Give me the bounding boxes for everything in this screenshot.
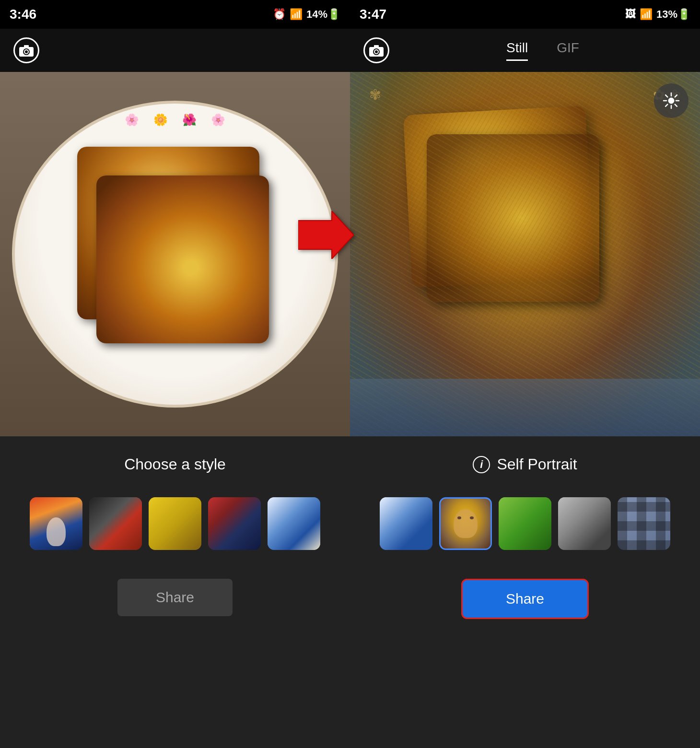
camera-icon-right[interactable] bbox=[363, 37, 389, 63]
right-panel: 3:47 🖼 📶 13%🔋 Still GIF bbox=[350, 0, 700, 748]
style-thumbnails-left bbox=[30, 497, 320, 550]
battery-right: 13%🔋 bbox=[656, 8, 690, 21]
time-right: 3:47 bbox=[360, 7, 386, 22]
tab-still[interactable]: Still bbox=[506, 40, 528, 61]
camera-icon-left[interactable] bbox=[13, 37, 39, 63]
style-thumb-collage[interactable] bbox=[89, 497, 142, 550]
svg-point-3 bbox=[25, 50, 28, 53]
photo-area-left: 🌸🌼🌺🌸 bbox=[0, 72, 350, 436]
svg-rect-4 bbox=[24, 45, 29, 48]
share-button-left[interactable]: Share bbox=[117, 579, 233, 616]
wifi-icon-right: 📶 bbox=[640, 8, 653, 21]
style-thumb-bw[interactable] bbox=[558, 497, 611, 550]
svg-rect-10 bbox=[374, 45, 379, 48]
svg-line-18 bbox=[675, 95, 677, 97]
status-icons-right: 🖼 📶 13%🔋 bbox=[625, 8, 690, 21]
tab-gif[interactable]: GIF bbox=[557, 40, 579, 61]
style-thumb-mosaic[interactable] bbox=[618, 497, 670, 550]
self-portrait-section: i Self Portrait bbox=[473, 456, 577, 473]
image-icon: 🖼 bbox=[625, 8, 636, 21]
choose-style-label: Choose a style bbox=[124, 456, 226, 473]
toast-photo: 🌸🌼🌺🌸 bbox=[0, 72, 350, 436]
style-thumb-portrait[interactable] bbox=[208, 497, 261, 550]
app-bar-left bbox=[0, 29, 350, 72]
style-thumb-wave[interactable] bbox=[268, 497, 320, 550]
svg-line-16 bbox=[665, 95, 667, 97]
svg-line-19 bbox=[665, 105, 667, 106]
style-thumb-vangogh[interactable] bbox=[439, 497, 492, 550]
style-settings-button[interactable] bbox=[654, 83, 688, 118]
bottom-section-right: i Self Portrait bbox=[350, 436, 700, 748]
alarm-icon: ⏰ bbox=[273, 8, 286, 21]
svg-point-9 bbox=[375, 50, 378, 53]
wifi-icon: 📶 bbox=[290, 8, 303, 21]
photo-area-right: ✿ ❀ ✾ bbox=[350, 72, 700, 436]
arrow-indicator bbox=[298, 211, 354, 261]
style-thumb-wave-right[interactable] bbox=[380, 497, 432, 550]
share-button-right[interactable]: Share bbox=[461, 579, 589, 619]
style-thumb-scream[interactable] bbox=[30, 497, 82, 550]
status-icons-left: ⏰ 📶 14%🔋 bbox=[273, 8, 340, 21]
selected-style-label: Self Portrait bbox=[497, 456, 577, 473]
style-thumbnails-right bbox=[380, 497, 670, 550]
battery-left: 14%🔋 bbox=[306, 8, 340, 21]
tab-container: Still GIF bbox=[399, 40, 687, 61]
bottom-section-left: Choose a style Share bbox=[0, 436, 350, 748]
style-thumb-green[interactable] bbox=[499, 497, 551, 550]
style-thumb-yellow[interactable] bbox=[149, 497, 201, 550]
left-panel: 3:46 ⏰ 📶 14%🔋 🌸🌼🌺 bbox=[0, 0, 350, 748]
status-bar-left: 3:46 ⏰ 📶 14%🔋 bbox=[0, 0, 350, 29]
svg-marker-5 bbox=[298, 211, 354, 259]
time-left: 3:46 bbox=[10, 7, 36, 22]
status-bar-right: 3:47 🖼 📶 13%🔋 bbox=[350, 0, 700, 29]
svg-line-17 bbox=[675, 105, 677, 106]
info-icon[interactable]: i bbox=[473, 456, 490, 473]
svg-point-11 bbox=[668, 98, 674, 104]
app-bar-right: Still GIF bbox=[350, 29, 700, 72]
